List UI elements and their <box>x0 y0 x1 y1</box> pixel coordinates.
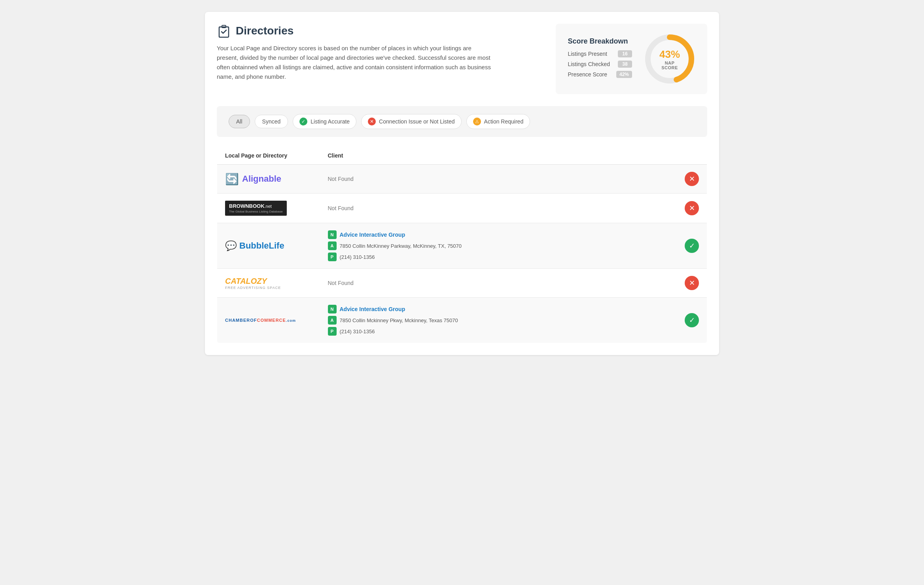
presence-score-label: Presence Score <box>568 71 607 78</box>
alignable-logo: 🔄 Alignable <box>225 173 312 186</box>
table-row: CATALOZY FREE ADVERTISING SPACE Not Foun… <box>217 269 707 298</box>
listings-checked-value: 38 <box>618 61 632 68</box>
filter-listing-accurate-label: Listing Accurate <box>311 118 350 125</box>
logo-cell-alignable: 🔄 Alignable <box>217 165 320 194</box>
filter-action-required-chip[interactable]: ⚠ Action Required <box>466 114 530 129</box>
nap-n-badge: N <box>328 305 337 313</box>
listings-checked-label: Listings Checked <box>568 61 610 67</box>
logo-cell-brownbook: BROWNBOOK.net The Global Business Listin… <box>217 194 320 223</box>
filter-bar: All Synced ✓ Listing Accurate ✕ Connecti… <box>217 106 707 137</box>
logo-cell-chamberofcommerce: CHAMBEROFCOMMERCE.com <box>217 298 320 343</box>
client-nap-info: N Advice Interactive Group A 7850 Collin… <box>328 305 669 336</box>
not-found-text: Not Found <box>328 280 354 286</box>
table-header: Local Page or Directory Client <box>217 147 707 165</box>
client-cell-catalozy: Not Found <box>320 269 677 298</box>
table-row: CHAMBEROFCOMMERCE.com N Advice Interacti… <box>217 298 707 343</box>
filter-connection-issue-chip[interactable]: ✕ Connection Issue or Not Listed <box>361 114 461 129</box>
listings-present-value: 16 <box>618 50 632 57</box>
action-required-icon: ⚠ <box>473 118 481 125</box>
nap-p-badge: P <box>328 327 337 336</box>
catalozy-sub: FREE ADVERTISING SPACE <box>225 286 281 290</box>
nap-score-percent: 43% <box>657 48 683 61</box>
score-breakdown-section: Score Breakdown Listings Present 16 List… <box>556 24 707 94</box>
filter-synced-button[interactable]: Synced <box>255 115 288 128</box>
client-name-link[interactable]: Advice Interactive Group <box>340 232 405 238</box>
connection-issue-icon: ✕ <box>368 118 376 125</box>
listing-accurate-icon: ✓ <box>299 118 307 125</box>
client-cell-alignable: Not Found <box>320 165 677 194</box>
status-cell-bubblelife: ✓ <box>677 223 707 269</box>
score-row-listings-checked: Listings Checked 38 <box>568 61 632 68</box>
score-row-listings-present: Listings Present 16 <box>568 50 632 57</box>
bubblelife-text: BubbleLife <box>239 241 284 251</box>
status-cell-alignable: ✕ <box>677 165 707 194</box>
score-breakdown-title: Score Breakdown <box>568 37 632 46</box>
client-cell-brownbook: Not Found <box>320 194 677 223</box>
status-success-icon: ✓ <box>685 313 699 327</box>
filter-all-button[interactable]: All <box>229 115 250 128</box>
brownbook-logo: BROWNBOOK.net The Global Business Listin… <box>225 201 287 216</box>
bubblelife-logo: 💬 BubbleLife <box>225 240 312 251</box>
client-name-row: N Advice Interactive Group <box>328 305 669 313</box>
nap-a-badge: A <box>328 316 337 325</box>
title-row: Directories <box>217 24 494 38</box>
client-nap-info: N Advice Interactive Group A 7850 Collin… <box>328 230 669 261</box>
client-address-row: A 7850 Collin McKinney Parkway, McKinney… <box>328 241 669 250</box>
nap-score-label: NAP SCORE <box>657 61 683 70</box>
directory-table: Local Page or Directory Client 🔄 Alignab… <box>217 146 707 343</box>
chamber-text: CHAMBEROFCOMMERCE.com <box>225 318 296 323</box>
table-row: 🔄 Alignable Not Found✕ <box>217 165 707 194</box>
table-body: 🔄 Alignable Not Found✕ BROWNBOOK.net The… <box>217 165 707 343</box>
not-found-text: Not Found <box>328 176 354 182</box>
client-name-row: N Advice Interactive Group <box>328 230 669 239</box>
nap-n-badge: N <box>328 230 337 239</box>
status-cell-chamberofcommerce: ✓ <box>677 298 707 343</box>
page-title: Directories <box>236 25 293 37</box>
status-cell-brownbook: ✕ <box>677 194 707 223</box>
client-address: 7850 Collin Mckinney Pkwy, Mckinney, Tex… <box>340 317 458 323</box>
header-left: Directories Your Local Page and Director… <box>217 24 494 82</box>
col-header-status <box>677 147 707 165</box>
score-row-presence-score: Presence Score 42% <box>568 71 632 78</box>
filter-connection-issue-label: Connection Issue or Not Listed <box>379 118 454 125</box>
logo-cell-catalozy: CATALOZY FREE ADVERTISING SPACE <box>217 269 320 298</box>
client-address: 7850 Collin McKinney Parkway, McKinney, … <box>340 243 462 249</box>
status-error-icon: ✕ <box>685 276 699 290</box>
listings-present-label: Listings Present <box>568 51 607 57</box>
brownbook-text: BROWNBOOK.net <box>229 203 272 209</box>
not-found-text: Not Found <box>328 205 354 211</box>
alignable-text: Alignable <box>242 174 281 184</box>
nap-a-badge: A <box>328 241 337 250</box>
status-cell-catalozy: ✕ <box>677 269 707 298</box>
table-row: BROWNBOOK.net The Global Business Listin… <box>217 194 707 223</box>
status-success-icon: ✓ <box>685 239 699 253</box>
chamber-logo: CHAMBEROFCOMMERCE.com <box>225 318 312 323</box>
main-container: Directories Your Local Page and Director… <box>205 12 719 355</box>
description-text: Your Local Page and Directory scores is … <box>217 44 494 82</box>
donut-label: 43% NAP SCORE <box>657 48 683 70</box>
status-error-icon: ✕ <box>685 201 699 215</box>
col-header-directory: Local Page or Directory <box>217 147 320 165</box>
logo-cell-bubblelife: 💬 BubbleLife <box>217 223 320 269</box>
client-address-row: A 7850 Collin Mckinney Pkwy, Mckinney, T… <box>328 316 669 325</box>
col-header-client: Client <box>320 147 677 165</box>
status-error-icon: ✕ <box>685 172 699 186</box>
client-name-link[interactable]: Advice Interactive Group <box>340 306 405 312</box>
client-phone: (214) 310-1356 <box>340 329 375 334</box>
presence-score-value: 42% <box>616 71 632 78</box>
catalozy-text: CATALOZY <box>225 277 267 286</box>
nap-p-badge: P <box>328 253 337 261</box>
client-phone-row: P (214) 310-1356 <box>328 327 669 336</box>
bubblelife-icon: 💬 <box>225 240 237 251</box>
header-section: Directories Your Local Page and Director… <box>217 24 707 94</box>
filter-listing-accurate-chip[interactable]: ✓ Listing Accurate <box>293 114 356 129</box>
filter-action-required-label: Action Required <box>484 118 524 125</box>
client-cell-chamberofcommerce: N Advice Interactive Group A 7850 Collin… <box>320 298 677 343</box>
clipboard-icon <box>217 24 231 38</box>
client-phone: (214) 310-1356 <box>340 254 375 260</box>
table-row: 💬 BubbleLife N Advice Interactive Group … <box>217 223 707 269</box>
score-details: Score Breakdown Listings Present 16 List… <box>568 37 632 81</box>
client-phone-row: P (214) 310-1356 <box>328 253 669 261</box>
client-cell-bubblelife: N Advice Interactive Group A 7850 Collin… <box>320 223 677 269</box>
catalozy-logo: CATALOZY FREE ADVERTISING SPACE <box>225 277 312 290</box>
